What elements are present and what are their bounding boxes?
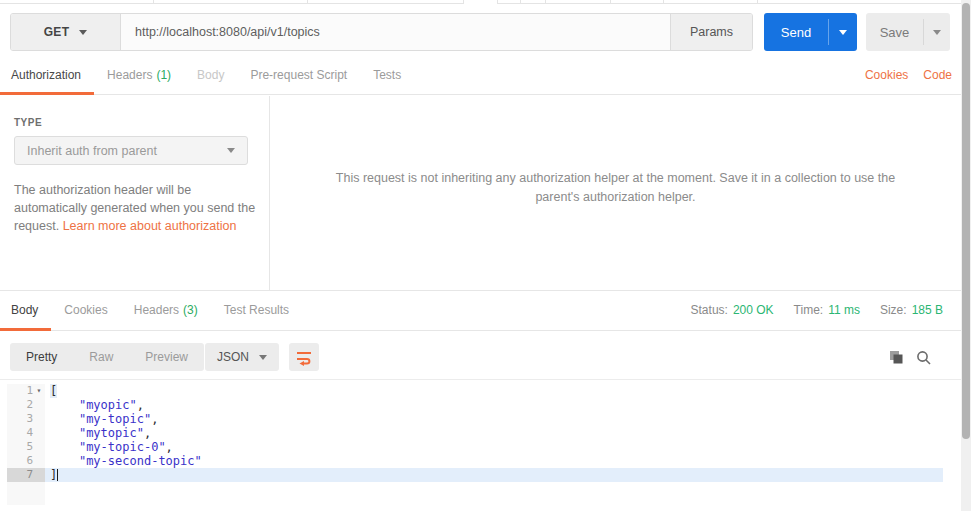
json-punctuation: , xyxy=(151,412,158,426)
meta-label: Status: xyxy=(691,303,728,317)
format-dropdown[interactable]: JSON xyxy=(205,343,279,371)
view-mode-group: PrettyRawPreview xyxy=(10,343,204,371)
code-line: 7] xyxy=(0,468,961,482)
tab-authorization[interactable]: Authorization xyxy=(0,58,94,95)
chevron-down-icon xyxy=(259,355,267,360)
json-punctuation: ] xyxy=(50,468,57,482)
json-punctuation: , xyxy=(137,398,144,412)
window-tab-strip xyxy=(0,0,961,4)
code-line-content: "myopic", xyxy=(45,398,943,412)
response-body-viewer[interactable]: 1▾[2 "myopic",3 "my-topic",4 "mytopic",5… xyxy=(0,380,961,511)
tab-label: Cookies xyxy=(64,303,107,317)
line-number: 4 xyxy=(7,426,33,440)
json-punctuation: , xyxy=(166,440,173,454)
tab-cookies[interactable]: Cookies xyxy=(51,291,120,331)
code-line-content: ] xyxy=(45,468,943,482)
tab-label: Tests xyxy=(373,68,401,82)
tab-label: Test Results xyxy=(224,303,289,317)
search-icon xyxy=(915,349,933,367)
tab-headers[interactable]: Headers(1) xyxy=(94,58,184,95)
line-number: 7 xyxy=(7,468,33,482)
params-button[interactable]: Params xyxy=(670,14,752,50)
response-meta: Status:200 OKTime:11 msSize:185 B xyxy=(691,290,943,330)
authorization-panel: TYPE Inherit auth from parent The author… xyxy=(0,96,961,290)
line-number: 2 xyxy=(7,398,33,412)
tab-body[interactable]: Body xyxy=(184,58,237,95)
line-number: 5 xyxy=(7,440,33,454)
gutter-cell: 6 xyxy=(7,454,45,468)
auth-description: The authorization header will be automat… xyxy=(14,181,256,235)
cookies-link[interactable]: Cookies xyxy=(865,68,908,82)
chevron-down-icon xyxy=(79,30,87,35)
learn-more-link[interactable]: Learn more about authorization xyxy=(63,219,237,233)
copy-icon xyxy=(887,349,905,367)
view-mode-raw[interactable]: Raw xyxy=(73,343,129,371)
json-string: "myopic" xyxy=(79,398,137,412)
request-links: Cookies Code xyxy=(865,58,952,92)
gutter-cell: 7 xyxy=(7,468,45,482)
json-string: "mytopic" xyxy=(79,426,144,440)
auth-notice-text: This request is not inheriting any autho… xyxy=(326,169,906,207)
tab-body[interactable]: Body xyxy=(0,291,51,331)
code-line: 3 "my-topic", xyxy=(0,412,961,426)
wrap-lines-button[interactable] xyxy=(289,343,319,371)
auth-type-value: Inherit auth from parent xyxy=(27,144,227,158)
chevron-down-icon xyxy=(933,30,941,35)
gutter-filler xyxy=(7,482,45,505)
tab-pre-request-script[interactable]: Pre-request Script xyxy=(237,58,360,95)
method-dropdown[interactable]: GET xyxy=(11,14,121,50)
tab-count-badge: (3) xyxy=(183,303,198,317)
format-value: JSON xyxy=(217,350,249,364)
auth-type-dropdown[interactable]: Inherit auth from parent xyxy=(14,136,248,165)
search-response-button[interactable] xyxy=(915,349,933,367)
tab-label: Headers xyxy=(107,68,152,82)
meta-size: Size:185 B xyxy=(880,303,943,317)
tab-headers[interactable]: Headers(3) xyxy=(121,291,211,331)
gutter-cell: 1▾ xyxy=(7,384,45,398)
json-punctuation: , xyxy=(144,426,151,440)
json-string: "my-topic-0" xyxy=(79,440,166,454)
code-line-content: "my-topic", xyxy=(45,412,943,426)
meta-value: 200 OK xyxy=(733,303,774,317)
save-label: Save xyxy=(866,13,923,51)
view-mode-pretty[interactable]: Pretty xyxy=(10,343,73,371)
code-line: 4 "mytopic", xyxy=(0,426,961,440)
copy-response-button[interactable] xyxy=(887,349,905,367)
wrap-lines-icon xyxy=(294,348,314,366)
method-label: GET xyxy=(44,25,70,39)
save-options-dropdown[interactable] xyxy=(924,13,950,51)
tab-label: Body xyxy=(197,68,224,82)
tab-count-badge: (1) xyxy=(156,68,171,82)
tab-label: Authorization xyxy=(11,68,81,82)
meta-label: Time: xyxy=(794,303,824,317)
fold-arrow-icon[interactable]: ▾ xyxy=(33,384,45,398)
gutter-cell: 2 xyxy=(7,398,45,412)
meta-label: Size: xyxy=(880,303,907,317)
code-line: 6 "my-second-topic" xyxy=(0,454,961,468)
code-line-content: "mytopic", xyxy=(45,426,943,440)
gutter-cell: 3 xyxy=(7,412,45,426)
code-line-content: "my-topic-0", xyxy=(45,440,943,454)
tab-tests[interactable]: Tests xyxy=(360,58,414,95)
code-line-content: "my-second-topic" xyxy=(45,454,943,468)
chevron-down-icon xyxy=(227,148,235,153)
json-string: "my-second-topic" xyxy=(79,454,202,468)
scrollbar-thumb[interactable] xyxy=(962,3,970,439)
line-number: 6 xyxy=(7,454,33,468)
code-line: 1▾[ xyxy=(0,384,961,398)
tab-test-results[interactable]: Test Results xyxy=(211,291,302,331)
send-button[interactable]: Send xyxy=(764,13,857,51)
meta-value: 185 B xyxy=(912,303,943,317)
save-button[interactable]: Save xyxy=(866,13,950,51)
auth-type-panel: TYPE Inherit auth from parent The author… xyxy=(0,96,270,290)
code-link[interactable]: Code xyxy=(923,68,952,82)
send-options-dropdown[interactable] xyxy=(829,13,857,51)
view-mode-preview[interactable]: Preview xyxy=(129,343,204,371)
text-cursor xyxy=(57,469,58,481)
url-input[interactable] xyxy=(121,14,670,50)
scrollbar-track[interactable] xyxy=(961,0,971,511)
gutter-cell: 5 xyxy=(7,440,45,454)
auth-type-label: TYPE xyxy=(14,117,42,128)
tab-label: Headers xyxy=(134,303,179,317)
code-line-content: [ xyxy=(45,384,943,398)
